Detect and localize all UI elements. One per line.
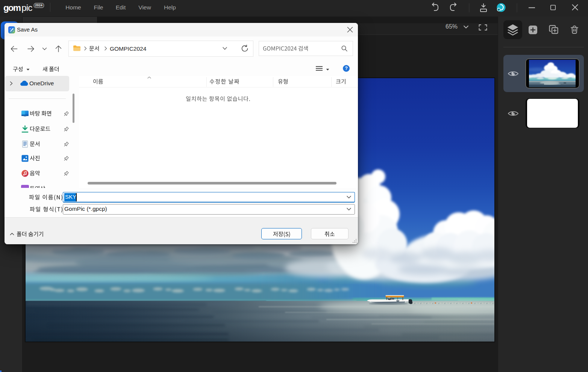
svg-text:?: ? xyxy=(345,66,348,71)
